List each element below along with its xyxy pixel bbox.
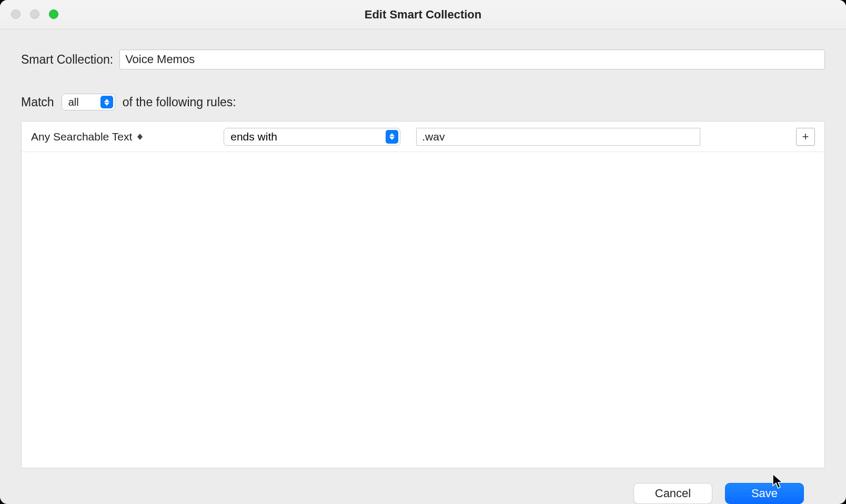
rule-field-value: Any Searchable Text — [31, 130, 132, 143]
window-controls — [11, 9, 58, 19]
match-suffix: of the following rules: — [123, 95, 236, 109]
rule-row: Any Searchable Text ends with — [22, 122, 824, 152]
edit-smart-collection-window: Edit Smart Collection Smart Collection: … — [0, 0, 846, 504]
rule-field-popup[interactable]: Any Searchable Text — [31, 130, 143, 143]
rules-panel: Any Searchable Text ends with — [21, 121, 825, 468]
rule-comparator-popup[interactable]: ends with — [224, 128, 400, 146]
updown-stepper-icon — [100, 96, 113, 108]
titlebar: Edit Smart Collection — [0, 0, 846, 29]
rule-value-input[interactable] — [416, 128, 700, 146]
rule-comparator-value: ends with — [230, 130, 277, 143]
updown-caret-icon — [137, 134, 143, 140]
collection-name-row: Smart Collection: — [21, 49, 825, 69]
cancel-button[interactable]: Cancel — [633, 483, 712, 504]
match-mode-value: all — [68, 96, 79, 108]
minimize-window-button[interactable] — [30, 9, 39, 19]
plus-icon: + — [802, 130, 809, 144]
save-button-label: Save — [751, 487, 778, 500]
zoom-window-button[interactable] — [49, 9, 58, 19]
cancel-button-label: Cancel — [655, 487, 691, 500]
match-prefix: Match — [21, 95, 54, 109]
collection-name-label: Smart Collection: — [21, 53, 113, 67]
window-title: Edit Smart Collection — [0, 8, 846, 22]
close-window-button[interactable] — [11, 9, 21, 19]
dialog-body: Smart Collection: Match all of the follo… — [0, 29, 846, 504]
add-rule-button[interactable]: + — [796, 128, 815, 146]
save-button[interactable]: Save — [725, 483, 804, 504]
collection-name-input[interactable] — [119, 49, 825, 69]
updown-stepper-icon — [386, 130, 398, 144]
dialog-footer: Cancel Save — [21, 468, 825, 504]
match-mode-popup[interactable]: all — [62, 94, 115, 110]
match-row: Match all of the following rules: — [21, 94, 825, 110]
